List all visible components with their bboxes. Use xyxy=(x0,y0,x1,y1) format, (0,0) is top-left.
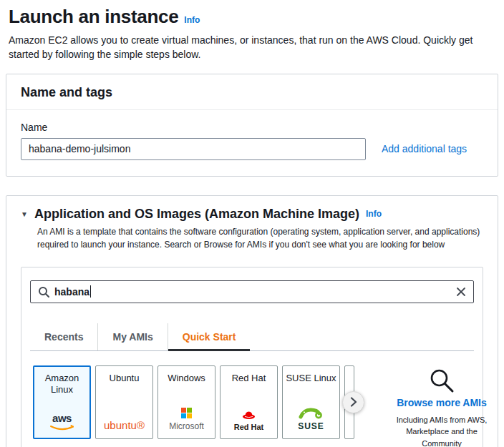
page-info-link[interactable]: Info xyxy=(184,15,200,25)
ami-card-ubuntu[interactable]: Ubuntu ubuntu® xyxy=(95,365,153,439)
ami-card-label: Ubuntu xyxy=(110,373,140,385)
add-additional-tags-link[interactable]: Add additional tags xyxy=(382,143,467,154)
red-hat-logo-icon: Red Hat xyxy=(234,411,264,431)
suse-logo-icon: SUSE xyxy=(298,408,324,431)
collapse-caret-icon[interactable]: ▼ xyxy=(21,210,28,218)
page-header: Launch an instance Info Amazon EC2 allow… xyxy=(0,0,504,62)
browse-more-amis-panel: Browse more AMIs Including AMIs from AWS… xyxy=(382,365,502,447)
clear-search-button[interactable] xyxy=(456,287,466,297)
page-description: Amazon EC2 allows you to create virtual … xyxy=(9,33,495,62)
ubuntu-logo-icon: ubuntu® xyxy=(104,419,145,431)
ami-search-input[interactable]: habana xyxy=(30,280,474,303)
page-title: Launch an instance xyxy=(9,6,178,28)
text-cursor xyxy=(90,285,91,298)
ami-card-label: Windows xyxy=(168,373,205,385)
ami-card-red-hat[interactable]: Red Hat Red Hat xyxy=(220,365,278,439)
ami-tabs: Recents My AMIs Quick Start xyxy=(30,323,474,351)
ami-section-description: An AMI is a template that contains the s… xyxy=(37,225,483,251)
tab-my-amis[interactable]: My AMIs xyxy=(97,323,167,350)
ami-card-label: Red Hat xyxy=(232,373,266,385)
name-field-label: Name xyxy=(21,122,483,133)
ami-cards-row: Amazon Linux aws Ubuntu ubuntu® xyxy=(30,365,474,447)
browse-more-amis-link[interactable]: Browse more AMIs xyxy=(397,397,487,408)
tab-recents[interactable]: Recents xyxy=(30,323,97,350)
name-and-tags-title: Name and tags xyxy=(21,85,483,100)
browse-more-amis-subtitle: Including AMIs from AWS, Marketplace and… xyxy=(388,414,495,447)
ami-chooser-panel: habana Recents My AMIs Quick Start xyxy=(21,267,483,447)
microsoft-logo-icon: Microsoft xyxy=(169,408,204,431)
ami-info-link[interactable]: Info xyxy=(366,209,382,219)
tab-quick-start[interactable]: Quick Start xyxy=(168,323,251,350)
aws-logo-icon: aws xyxy=(49,413,75,431)
ami-card-amazon-linux[interactable]: Amazon Linux aws xyxy=(33,365,91,439)
name-and-tags-card: Name and tags Name Add additional tags xyxy=(6,74,498,177)
ami-card-suse-linux[interactable]: SUSE Linux SUSE xyxy=(282,365,340,439)
chevron-right-icon xyxy=(350,397,357,407)
ami-section-card: ▼ Application and OS Images (Amazon Mach… xyxy=(6,195,498,447)
search-icon xyxy=(38,286,49,298)
ami-card-label: Amazon Linux xyxy=(37,373,87,397)
launch-instance-page: Launch an instance Info Amazon EC2 allow… xyxy=(0,0,504,447)
carousel-next-button[interactable] xyxy=(342,391,364,413)
search-query-text: habana xyxy=(54,286,89,298)
ami-section-title: Application and OS Images (Amazon Machin… xyxy=(34,207,359,222)
ami-card-label: SUSE Linux xyxy=(286,373,336,385)
name-input[interactable] xyxy=(21,138,366,160)
ami-card-windows[interactable]: Windows Microsoft xyxy=(158,365,215,439)
browse-search-icon xyxy=(428,367,455,394)
